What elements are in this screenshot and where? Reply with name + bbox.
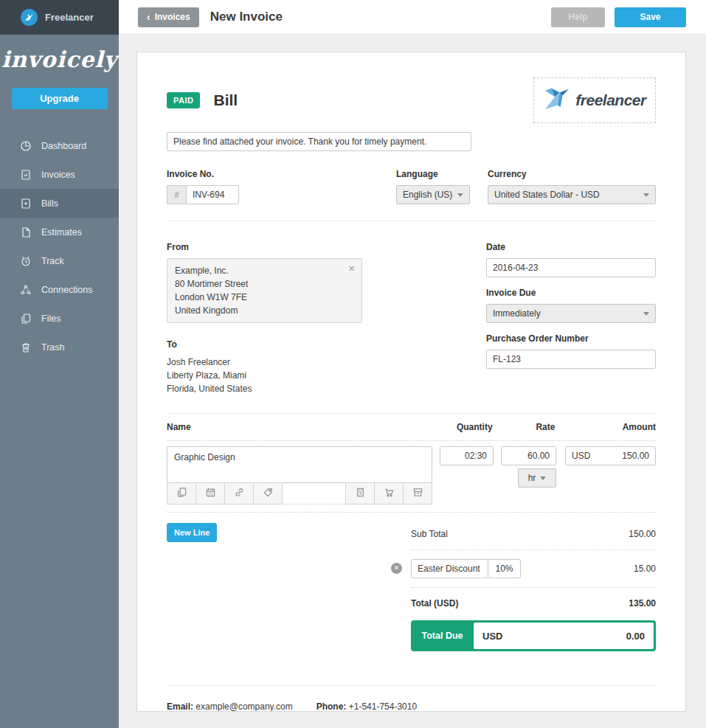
save-button[interactable]: Save (615, 7, 686, 27)
toolbar-gap (283, 482, 345, 505)
to-line: Josh Freelancer (167, 356, 486, 369)
sub-total-value: 150.00 (629, 529, 656, 539)
quantity-input[interactable] (440, 446, 494, 465)
language-value: English (US) (403, 190, 453, 200)
item-name-textarea[interactable]: Graphic Design (167, 446, 432, 483)
document-check-icon (20, 169, 32, 181)
items-table-header: Name Quantity Rate Amount (167, 414, 656, 440)
totals-section: New Line Sub Total 150.00 ✕ 15.00 (167, 523, 656, 651)
po-number-label: Purchase Order Number (486, 333, 656, 344)
chevron-down-icon (643, 193, 649, 197)
new-line-button[interactable]: New Line (167, 523, 217, 542)
from-line: Example, Inc. (175, 264, 354, 277)
email-label: Email: (167, 701, 193, 712)
language-label: Language (396, 169, 470, 179)
archive-icon (412, 487, 423, 501)
date-label: Date (486, 242, 656, 252)
freelancer-brand: Freelancer (0, 0, 119, 35)
from-address-box[interactable]: × Example, Inc. 80 Mortimer Street Londo… (167, 258, 362, 323)
language-select[interactable]: English (US) (396, 185, 470, 204)
company-logo-upload[interactable]: freelancer (533, 77, 656, 123)
link-line-button[interactable] (224, 482, 254, 505)
calendar-icon (205, 487, 216, 501)
upgrade-button[interactable]: Upgrade (12, 88, 108, 109)
po-number-input[interactable] (486, 350, 656, 369)
chevron-left-icon: ‹ (147, 12, 150, 22)
freelancer-logo-word: freelancer (575, 91, 646, 109)
total-due-box: Total Due USD 0.00 (411, 620, 656, 651)
chevron-down-icon (540, 476, 546, 480)
number-prefix: # (167, 185, 186, 204)
sidebar-item-files[interactable]: Files (0, 304, 119, 333)
status-badge: PAID (167, 92, 200, 108)
to-line: Liberty Plaza, Miami (167, 369, 486, 382)
receipt-line-button[interactable]: $ (345, 482, 375, 505)
sidebar: invoicely Upgrade Dashboard Invoices Bil… (0, 35, 119, 728)
pie-chart-icon (20, 140, 32, 152)
total-value: 135.00 (629, 598, 656, 609)
sidebar-item-trash[interactable]: Trash (0, 333, 119, 361)
discount-percent-input[interactable] (488, 559, 521, 578)
duplicate-line-button[interactable] (167, 482, 196, 505)
archive-line-button[interactable] (403, 482, 432, 505)
tag-line-button[interactable] (253, 482, 283, 505)
section-divider (167, 221, 656, 221)
network-icon (20, 284, 32, 296)
discount-value: 15.00 (634, 564, 656, 574)
address-row: From × Example, Inc. 80 Mortimer Street … (167, 242, 656, 395)
unit-value: hr (528, 473, 536, 483)
sidebar-item-bills[interactable]: Bills (0, 189, 119, 218)
items-bottom-divider (167, 512, 656, 513)
close-icon[interactable]: × (348, 263, 355, 274)
unit-select[interactable]: hr (518, 468, 556, 488)
sidebar-item-label: Bills (41, 198, 58, 209)
help-button[interactable]: Help (551, 7, 605, 27)
invoice-due-select[interactable]: Immediately (486, 304, 656, 323)
sidebar-item-label: Connections (41, 285, 93, 295)
sub-total-label: Sub Total (411, 529, 448, 539)
sidebar-item-estimates[interactable]: Estimates (0, 218, 119, 246)
amount-currency: USD (572, 451, 590, 461)
amount-value: 150.00 (622, 451, 649, 461)
total-due-currency: USD (482, 631, 502, 642)
amount-field[interactable]: USD 150.00 (565, 446, 656, 465)
invoice-no-input[interactable] (186, 185, 239, 204)
cart-icon (384, 487, 395, 501)
sidebar-item-invoices[interactable]: Invoices (0, 160, 119, 189)
sidebar-item-dashboard[interactable]: Dashboard (0, 131, 119, 160)
rate-column-header: Rate (500, 422, 556, 432)
back-to-invoices-button[interactable]: ‹ Invoices (138, 7, 199, 27)
from-label: From (167, 242, 486, 252)
remove-icon: ✕ (394, 565, 400, 572)
sidebar-item-label: Files (41, 313, 60, 324)
invoice-footer: Email: example@company.com Phone: +1-541… (167, 686, 656, 712)
document-plus-icon (20, 198, 32, 209)
total-due-field[interactable]: USD 0.00 (474, 623, 654, 649)
total-due-value: 0.00 (626, 631, 645, 642)
cart-line-button[interactable] (374, 482, 404, 505)
link-icon (234, 487, 245, 501)
to-line: Florida, United States (167, 382, 486, 395)
invoice-due-label: Invoice Due (486, 288, 656, 298)
currency-select[interactable]: United States Dollar - USD (488, 185, 656, 204)
phone-label: Phone: (316, 701, 347, 712)
sidebar-item-label: Trash (41, 342, 65, 353)
sidebar-item-label: Dashboard (41, 141, 86, 151)
invoice-message-input[interactable] (167, 132, 471, 151)
date-input[interactable] (486, 258, 656, 277)
remove-discount-button[interactable]: ✕ (391, 563, 402, 574)
sidebar-item-connections[interactable]: Connections (0, 275, 119, 304)
amount-column-header: Amount (564, 422, 656, 432)
sidebar-nav: Dashboard Invoices Bills Estimates (0, 131, 119, 361)
sidebar-item-track[interactable]: Track (0, 246, 119, 275)
topbar: ‹ Invoices New Invoice Help Save (119, 0, 706, 35)
sidebar-item-label: Invoices (41, 170, 75, 180)
from-line: 80 Mortimer Street (175, 277, 354, 291)
rate-input[interactable] (501, 446, 556, 465)
calendar-line-button[interactable] (195, 482, 225, 505)
discount-name-input[interactable] (411, 559, 488, 578)
chevron-down-icon (457, 193, 463, 197)
sidebar-item-label: Track (41, 256, 64, 266)
invoice-card: PAID Bill freelancer (136, 52, 686, 712)
trash-icon (20, 342, 32, 353)
